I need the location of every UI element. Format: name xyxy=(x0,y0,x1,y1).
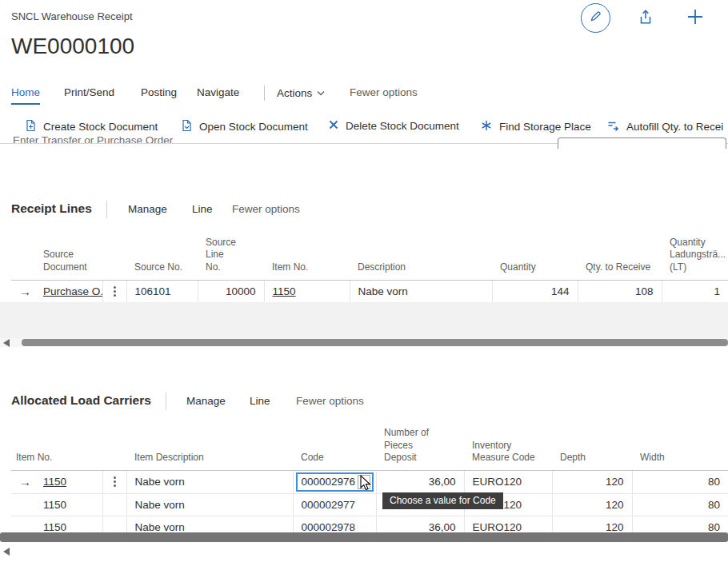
open-document-icon xyxy=(180,119,193,134)
allocated-line[interactable]: Line xyxy=(250,395,270,407)
selector-column-header xyxy=(11,232,35,280)
col-header-quantity[interactable]: Quantity xyxy=(492,232,578,280)
tab-home[interactable]: Home xyxy=(11,86,40,105)
warehouse-receipt-page: SNCL Warehouse Receipt WE0000100 Home Pr… xyxy=(0,0,728,562)
bottom-scrollbar-thumb[interactable] xyxy=(0,532,728,542)
pencil-icon xyxy=(589,10,602,26)
receipt-lines-table: Source Document Source No. Source Line N… xyxy=(11,232,728,304)
section-title-allocated-load-carriers[interactable]: Allocated Load Carriers xyxy=(11,393,151,408)
receipt-lines-line[interactable]: Line xyxy=(192,203,213,215)
cell-code[interactable]: 000002977 xyxy=(293,493,376,516)
code-combobox[interactable]: 000002976 xyxy=(296,472,374,492)
col-header-item-no[interactable]: Item No. xyxy=(11,424,126,470)
col-header-item-description[interactable]: Item Description xyxy=(126,424,293,470)
item-no-link: 1150 xyxy=(43,476,66,488)
delete-stock-document-button[interactable]: Delete Stock Document xyxy=(328,119,459,133)
cell-source-no[interactable]: 106101 xyxy=(126,280,198,303)
cell-description[interactable]: Nabe vorn xyxy=(350,280,492,303)
cell-deposit[interactable]: 36,00 xyxy=(376,470,464,493)
scroll-left-arrow[interactable] xyxy=(3,548,10,556)
col-header-item-no[interactable]: Item No. xyxy=(264,232,350,280)
page-title: WE0000100 xyxy=(11,34,134,59)
tab-navigate[interactable]: Navigate xyxy=(197,86,239,98)
cell-depth[interactable]: 120 xyxy=(552,493,632,516)
cell-item-description[interactable]: Nabe vorn xyxy=(126,470,293,493)
clipped-field-label: Enter Transfer or Purchase Order xyxy=(13,134,173,146)
ellipsis-icon xyxy=(111,471,118,493)
section-title-receipt-lines[interactable]: Receipt Lines xyxy=(11,201,92,216)
section-separator xyxy=(106,201,107,218)
col-header-quantity-lt[interactable]: Quantity Ladungsträ... (LT) xyxy=(662,232,728,280)
autofill-icon xyxy=(606,119,620,134)
create-stock-document-button[interactable]: Create Stock Document xyxy=(24,119,158,134)
tab-actions[interactable]: Actions xyxy=(277,86,325,99)
active-row-arrow: → xyxy=(11,470,35,493)
allocated-fewer-options[interactable]: Fewer options xyxy=(296,395,364,407)
allocated-row: 1150 Nabe vorn 000002977 EURO120 120 80 xyxy=(11,493,728,516)
share-button[interactable] xyxy=(635,8,656,29)
clipped-input-field[interactable] xyxy=(558,138,726,149)
section-separator xyxy=(166,393,166,410)
tab-separator xyxy=(264,86,265,101)
allocated-row: → 1150 Nabe vorn 000002976 36,00 EURO120… xyxy=(11,470,728,493)
cell-quantity[interactable]: 144 xyxy=(492,280,578,303)
plus-icon xyxy=(686,7,705,30)
grid-empty-area xyxy=(0,302,728,338)
cell-width[interactable]: 80 xyxy=(632,493,728,516)
row-menu-button[interactable] xyxy=(102,280,126,303)
source-document-link: Purchase O... xyxy=(43,285,102,297)
col-header-qty-to-receive[interactable]: Qty. to Receive xyxy=(578,232,662,280)
share-icon xyxy=(637,8,654,29)
col-header-source-no[interactable]: Source No. xyxy=(126,232,198,280)
tab-fewer-options[interactable]: Fewer options xyxy=(350,86,418,98)
find-storage-place-button[interactable]: Find Storage Place xyxy=(480,119,591,134)
cell-width[interactable]: 80 xyxy=(632,470,728,493)
cell-quantity-lt[interactable]: 1 xyxy=(662,280,728,303)
col-header-depth[interactable]: Depth xyxy=(552,424,632,470)
page-caption: SNCL Warehouse Receipt xyxy=(11,10,133,22)
row-menu-button[interactable] xyxy=(102,470,126,493)
receipt-lines-scrollbar-thumb[interactable] xyxy=(22,339,728,346)
col-header-source-document[interactable]: Source Document xyxy=(35,232,126,280)
chevron-down-icon xyxy=(317,86,325,98)
tab-posting[interactable]: Posting xyxy=(141,86,177,98)
col-header-pieces-deposit[interactable]: Number of Pieces Deposit xyxy=(376,424,464,470)
col-header-width[interactable]: Width xyxy=(632,424,728,470)
tab-print-send[interactable]: Print/Send xyxy=(64,86,114,98)
new-button[interactable] xyxy=(683,6,707,30)
col-header-description[interactable]: Description xyxy=(350,232,492,280)
col-header-source-line-no[interactable]: Source Line No. xyxy=(198,232,264,280)
cell-item-no[interactable]: 1150 xyxy=(35,493,102,516)
cell-source-line-no[interactable]: 10000 xyxy=(198,280,264,303)
open-stock-document-button[interactable]: Open Stock Document xyxy=(180,119,308,134)
edit-button[interactable] xyxy=(581,3,610,33)
cell-item-description[interactable]: Nabe vorn xyxy=(126,493,293,516)
create-document-icon xyxy=(24,119,37,134)
delete-x-icon xyxy=(328,119,339,133)
scroll-left-arrow[interactable] xyxy=(3,339,10,347)
sparkle-icon xyxy=(480,119,493,134)
combobox-dropdown-button[interactable] xyxy=(358,475,370,489)
code-combobox-value[interactable]: 000002976 xyxy=(298,476,358,488)
allocated-load-carriers-table: Item No. Item Description Code Number of… xyxy=(11,424,728,539)
cell-qty-to-receive[interactable]: 108 xyxy=(578,280,662,303)
autofill-qty-button[interactable]: Autofill Qty. to Recei xyxy=(606,119,723,134)
ellipsis-icon xyxy=(111,281,118,303)
item-no-link: 1150 xyxy=(273,285,296,297)
allocated-manage[interactable]: Manage xyxy=(186,395,226,407)
cell-measure-code[interactable]: EURO120 xyxy=(464,470,552,493)
receipt-lines-fewer-options[interactable]: Fewer options xyxy=(232,203,300,215)
tooltip: Choose a value for Code xyxy=(382,492,503,509)
receipt-lines-manage[interactable]: Manage xyxy=(128,203,167,215)
receipt-line-row: → Purchase O... 106101 10000 1150 Nabe v… xyxy=(11,280,728,303)
col-header-inventory-measure-code[interactable]: Inventory Measure Code xyxy=(464,424,552,470)
active-row-arrow: → xyxy=(11,280,35,303)
col-header-code[interactable]: Code xyxy=(293,424,376,470)
cell-depth[interactable]: 120 xyxy=(552,470,632,493)
